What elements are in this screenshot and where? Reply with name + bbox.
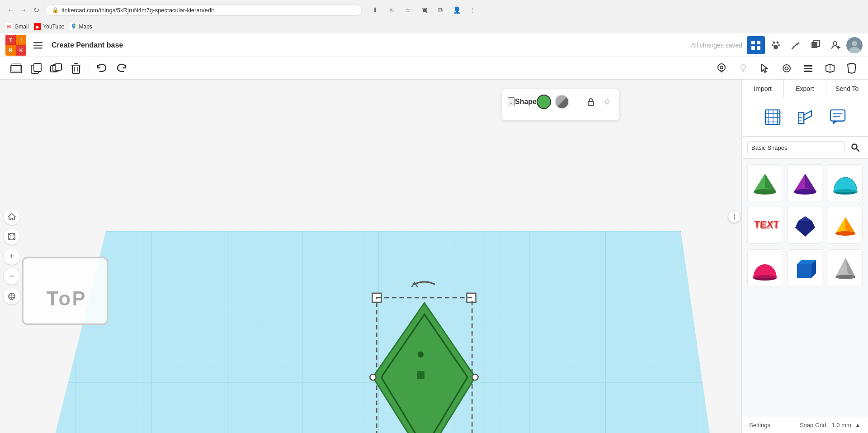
light-bulb-button[interactable] — [734, 59, 752, 77]
window-button[interactable]: ⧉ — [434, 4, 447, 16]
add-user-button[interactable] — [826, 36, 844, 54]
maps-bookmark[interactable]: Maps — [70, 23, 92, 30]
toolbar-right — [712, 59, 861, 77]
download-button[interactable]: ⬇ — [369, 4, 382, 16]
lightbulb-icon — [738, 63, 749, 74]
undo-button[interactable] — [93, 59, 111, 77]
home-view-button[interactable] — [4, 209, 20, 225]
svg-rect-38 — [804, 65, 812, 67]
svg-rect-29 — [72, 65, 80, 73]
chat-library-button[interactable] — [826, 105, 849, 129]
import-button[interactable]: Import — [742, 80, 784, 98]
redo-icon — [116, 63, 127, 74]
zoom-out-button[interactable]: − — [4, 268, 20, 285]
shape-text-3d[interactable]: TEXT TEXT — [747, 207, 782, 244]
right-panel-header: Import Export Send To — [742, 80, 868, 98]
minus-icon: − — [9, 271, 14, 281]
sun-icon-button[interactable] — [601, 95, 613, 108]
grid-view-button[interactable] — [747, 36, 765, 54]
shape-gray-cone[interactable] — [828, 249, 863, 286]
refresh-button[interactable]: ↻ — [31, 5, 42, 15]
chat-library-icon — [830, 109, 846, 125]
svg-point-88 — [754, 189, 776, 195]
tinkercad-logo: T I N K — [5, 35, 26, 56]
zoom-in-button[interactable]: + — [4, 248, 20, 265]
gmail-icon: M — [5, 23, 13, 30]
pickaxe-button[interactable] — [787, 36, 805, 54]
svg-point-35 — [720, 66, 723, 69]
hamburger-icon — [33, 41, 42, 50]
group-icon — [846, 63, 857, 74]
youtube-bookmark[interactable]: ▶ YouTube — [34, 23, 64, 30]
shape-pink-dome[interactable] — [747, 249, 782, 286]
shapes-grid: TEXT TEXT — [742, 159, 868, 417]
menu-button[interactable] — [31, 38, 45, 52]
pink-dome-svg — [751, 254, 778, 281]
snap-up-arrow[interactable]: ▲ — [855, 422, 861, 428]
paw-tool-button[interactable] — [767, 36, 785, 54]
svg-line-85 — [856, 148, 859, 151]
svg-marker-97 — [798, 216, 812, 221]
export-button[interactable]: Export — [784, 80, 826, 98]
profile-button[interactable]: 👤 — [450, 4, 463, 16]
svg-point-57 — [418, 352, 424, 357]
new-workplane-button[interactable] — [7, 59, 25, 77]
svg-text:ToP: ToP — [47, 288, 87, 309]
settings-button[interactable]: Settings — [749, 422, 770, 428]
fit-view-button[interactable] — [4, 228, 20, 245]
delete-button[interactable] — [67, 59, 85, 77]
browser-chrome: ← → ↻ 🔒 tinkercad.com/things/5kRjruN4m7g… — [0, 0, 868, 33]
tab-switcher-button[interactable]: ▣ — [418, 4, 430, 16]
text-3d-svg: TEXT TEXT — [751, 212, 778, 239]
lock-icon-button[interactable] — [585, 95, 597, 108]
back-button[interactable]: ← — [5, 5, 16, 15]
shape-blue-gem[interactable] — [788, 207, 822, 244]
canvas-area[interactable]: Workplane ToP — [0, 80, 741, 433]
box-icon — [811, 40, 821, 50]
shape-yellow-pyramid[interactable] — [828, 207, 863, 244]
shapes-row-3 — [747, 249, 863, 286]
circle-shape-button[interactable] — [778, 59, 796, 77]
browser-topbar: ← → ↻ 🔒 tinkercad.com/things/5kRjruN4m7g… — [0, 0, 868, 20]
flip-button[interactable] — [821, 59, 839, 77]
ruler-library-button[interactable] — [793, 105, 817, 129]
copy-button[interactable] — [27, 59, 45, 77]
solid-color-button[interactable] — [537, 95, 551, 109]
svg-rect-81 — [830, 110, 844, 121]
views-icon — [8, 292, 16, 300]
duplicate-button[interactable] — [47, 59, 65, 77]
hole-color-button[interactable] — [555, 95, 569, 109]
views-button[interactable] — [4, 288, 20, 305]
svg-point-10 — [772, 44, 774, 46]
delete-icon — [71, 62, 81, 74]
svg-point-59 — [370, 374, 376, 380]
shape-purple-pyramid[interactable] — [788, 164, 822, 201]
address-bar[interactable]: 🔒 tinkercad.com/things/5kRjruN4m7g-spect… — [45, 5, 362, 16]
bookmark-button[interactable]: ☆ — [401, 4, 414, 16]
search-button[interactable] — [848, 140, 863, 155]
category-select[interactable]: Basic Shapes — [747, 141, 844, 154]
share-button[interactable]: ⎋ — [385, 4, 398, 16]
forward-button[interactable]: → — [18, 5, 29, 15]
shape-panel-expand[interactable]: ⌄ — [508, 97, 515, 106]
grid-library-button[interactable] — [761, 105, 784, 129]
send-to-button[interactable]: Send To — [826, 80, 868, 98]
toolbar-separator-1 — [89, 62, 89, 75]
shape-teal-halfsphere[interactable] — [828, 164, 863, 201]
gmail-bookmark[interactable]: M Gmail — [5, 23, 28, 30]
snap-value: 1.0 mm — [831, 422, 851, 428]
menu-button[interactable]: ⋮ — [467, 4, 479, 16]
home-icon — [8, 213, 16, 221]
group-button[interactable] — [843, 59, 861, 77]
box-tool-button[interactable] — [807, 36, 825, 54]
shape-green-pyramid[interactable] — [747, 164, 782, 201]
annotation-button[interactable] — [712, 59, 731, 77]
panel-chevron[interactable]: ⟩ — [728, 210, 741, 223]
svg-marker-96 — [795, 221, 815, 237]
cursor-button[interactable] — [756, 59, 774, 77]
redo-button[interactable] — [113, 59, 131, 77]
shape-blue-box[interactable] — [788, 249, 822, 286]
chevron-right-icon: ⟩ — [733, 213, 736, 220]
align-button[interactable] — [799, 59, 817, 77]
user-avatar-button[interactable] — [846, 37, 863, 53]
